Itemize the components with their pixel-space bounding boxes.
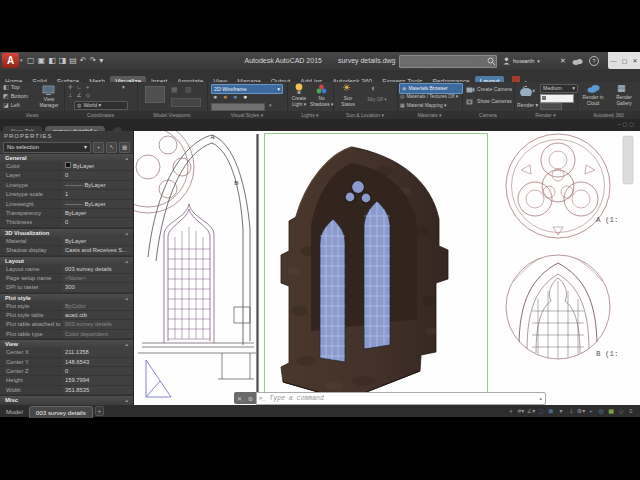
property-row[interactable]: Center X211.1358 <box>0 348 133 357</box>
property-value[interactable]: Casts and Receives S... <box>62 246 133 254</box>
visual-style-more-icon[interactable]: ▾ <box>269 102 272 108</box>
command-close-icon[interactable]: ✕ <box>237 395 242 402</box>
application-menu-button[interactable]: A <box>2 53 19 68</box>
drawing-area[interactable]: A B <box>134 131 640 405</box>
materials-textures-off-button[interactable]: ◎Materials / Textures Off ▾ <box>400 92 458 101</box>
named-viewports-icon[interactable]: ▦ <box>171 85 178 94</box>
property-value[interactable]: ———ByLayer <box>62 181 133 189</box>
signin-dropdown-icon[interactable]: ▾ <box>537 52 540 70</box>
property-row[interactable]: DPI to raster300 <box>0 283 133 292</box>
collapse-icon[interactable]: ▴ <box>125 154 128 162</box>
close-icon[interactable]: ✕ <box>632 57 637 64</box>
visual-style-sphere-icon[interactable]: ● <box>233 93 237 100</box>
material-mapping-button[interactable]: ▦Material Mapping ▾ <box>400 101 446 110</box>
property-row[interactable]: Plot table attached to003 survey details <box>0 320 133 329</box>
property-row[interactable]: Thickness0 <box>0 218 133 227</box>
select-objects-icon[interactable]: ↖ <box>106 142 117 153</box>
property-value[interactable]: 1 <box>62 190 133 198</box>
property-row[interactable]: Plot style tableacad.ctb <box>0 311 133 320</box>
property-value[interactable]: 159.7994 <box>62 376 133 384</box>
collapse-icon[interactable]: ▴ <box>125 340 128 348</box>
render-in-cloud-button[interactable]: Render inCloud <box>577 95 609 107</box>
property-value[interactable]: acad.ctb <box>62 311 133 319</box>
infer-constraints-icon[interactable]: ⌖ <box>506 405 516 417</box>
new-layout-button[interactable]: + <box>95 406 104 416</box>
snap-mode-icon[interactable]: ∠▾ <box>526 405 536 417</box>
view-top-button[interactable]: ◧Top <box>3 83 20 92</box>
property-value[interactable]: 003 survey details <box>62 320 133 328</box>
show-cameras-button[interactable]: Show Cameras <box>477 97 512 106</box>
property-value[interactable]: 211.1358 <box>62 348 133 356</box>
ortho-mode-icon[interactable]: ◻ <box>536 405 546 417</box>
properties-section-header[interactable]: Layout▴ <box>0 256 133 265</box>
view-manager-button[interactable]: ViewManager <box>36 97 62 109</box>
polar-tracking-icon[interactable]: ◼ <box>546 405 556 417</box>
help-search-box[interactable] <box>399 55 497 68</box>
application-menu-arrow-icon[interactable]: ▾ <box>20 57 23 63</box>
create-camera-icon[interactable] <box>466 86 475 93</box>
grid-display-icon[interactable]: #▾ <box>516 405 526 417</box>
panel-title-render[interactable]: Render ▾ <box>514 111 577 119</box>
minimize-icon[interactable]: — <box>611 58 617 64</box>
properties-section-header[interactable]: Plot style▴ <box>0 293 133 302</box>
property-value[interactable]: 0 <box>62 171 133 179</box>
viewport-restore-dropdown[interactable] <box>171 98 201 107</box>
property-row[interactable]: MaterialByLayer <box>0 237 133 246</box>
sun-status-icon[interactable]: ☀ <box>342 82 351 93</box>
collapse-icon[interactable]: ▴ <box>125 229 128 237</box>
properties-palette-title[interactable]: PROPERTIES <box>0 131 133 141</box>
render-button[interactable]: Render ▾ <box>517 101 538 110</box>
sky-icon[interactable]: ◐ <box>371 83 376 93</box>
property-value[interactable]: <None> <box>62 274 133 282</box>
redo-icon[interactable]: ↷ <box>90 54 97 68</box>
properties-section-header[interactable]: 3D Visualization▴ <box>0 228 133 237</box>
isolate-objects-icon[interactable]: ◎ <box>596 405 606 417</box>
panel-title-autodesk360[interactable]: Autodesk 360 <box>577 111 640 119</box>
selection-dropdown[interactable]: No selection▾ <box>3 142 91 153</box>
panel-title-views[interactable]: Views <box>0 111 64 119</box>
search-icon[interactable] <box>487 57 496 66</box>
render-gallery-button[interactable]: RenderGallery <box>610 95 638 107</box>
render-size-field[interactable] <box>540 103 562 110</box>
create-light-button[interactable]: CreateLight ▾ <box>287 96 311 108</box>
exchange-apps-icon[interactable]: ✕ <box>560 52 566 70</box>
panel-title-sun-location[interactable]: Sun & Location ▾ <box>333 111 397 119</box>
save-icon[interactable]: ◧ <box>48 54 56 68</box>
new-file-icon[interactable]: ▢ <box>27 54 35 68</box>
join-viewports-icon[interactable]: ▥ <box>185 85 192 94</box>
render-in-cloud-icon[interactable] <box>587 84 600 93</box>
osnap-dropdown-icon[interactable]: ▾ <box>556 405 566 417</box>
sun-status-button[interactable]: SunStatus <box>335 96 361 108</box>
property-value[interactable]: Color dependent <box>62 330 133 338</box>
undo-icon[interactable]: ↶ <box>80 54 87 68</box>
collapse-icon[interactable]: ▴ <box>125 257 128 265</box>
property-value[interactable]: 148.6543 <box>62 358 133 366</box>
properties-section-header[interactable]: View▴ <box>0 339 133 348</box>
pickadd-toggle-icon[interactable]: + <box>93 142 104 153</box>
qat-dropdown-icon[interactable]: ▾ <box>99 54 103 68</box>
ucs-world-dropdown[interactable]: ◍World ▾ <box>74 101 128 110</box>
property-row[interactable]: Height159.7994 <box>0 376 133 385</box>
command-line[interactable]: ✕ ⚙ >_ ▴ <box>234 392 546 404</box>
property-value[interactable]: ByColor <box>62 302 133 310</box>
sky-off-dropdown[interactable]: Sky Off ▾ <box>363 97 391 103</box>
create-light-icon[interactable] <box>294 83 304 95</box>
view-left-button[interactable]: ◪Left <box>3 101 20 110</box>
annotation-scale-icon[interactable]: + <box>586 405 596 417</box>
panel-title-lights[interactable]: Lights ▾ <box>287 111 333 119</box>
plot-icon[interactable]: ▤ <box>69 54 77 68</box>
property-value[interactable]: ———ByLayer <box>62 200 133 208</box>
create-camera-button[interactable]: Create Camera <box>477 85 512 94</box>
panel-title-model-viewports[interactable]: Model Viewports <box>137 111 207 119</box>
layout-tab-model[interactable]: Model <box>0 406 29 417</box>
restore-icon[interactable]: ▢ <box>622 57 628 64</box>
panel-title-visual-styles[interactable]: Visual Styles ▾ <box>207 111 287 119</box>
save-as-icon[interactable]: ◨ <box>59 54 67 68</box>
property-row[interactable]: Page setup name<None> <box>0 274 133 283</box>
visual-style-sphere-icon[interactable]: ● <box>213 93 217 100</box>
property-row[interactable]: Layout name003 survey details <box>0 265 133 274</box>
viewport-scrollbar[interactable] <box>623 136 633 184</box>
property-value[interactable]: 351.8535 <box>62 386 133 394</box>
property-value[interactable]: ByLayer <box>62 209 133 217</box>
visual-style-sphere-icon[interactable]: ● <box>223 93 227 100</box>
